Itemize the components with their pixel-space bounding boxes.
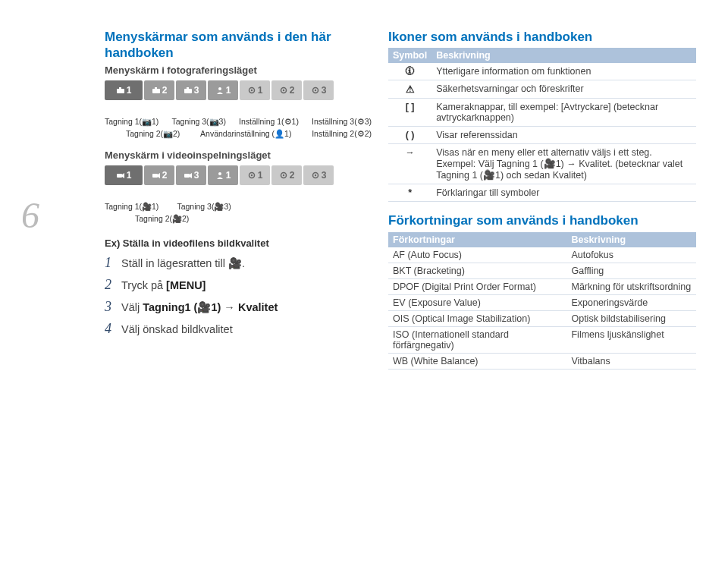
- menu-tab: 3: [176, 165, 206, 185]
- page-number: 6: [21, 194, 39, 236]
- tab-num: 3: [322, 170, 327, 181]
- menu-tab: 1: [208, 80, 238, 100]
- table-row: ISO (Internationell standard förfärgnega…: [388, 326, 696, 353]
- caption-photo-mode: Menyskärm i fotograferingsläget: [105, 64, 372, 76]
- desc-cell: Visar referenssidan: [431, 127, 696, 144]
- menu-tab: 1: [240, 165, 270, 185]
- table-row: BKT (Bracketing) Gaffling: [388, 263, 696, 278]
- tab-num: 1: [258, 85, 263, 96]
- table-row: AF (Auto Focus) Autofokus: [388, 247, 696, 263]
- tab-num: 1: [226, 170, 231, 181]
- label-tagning3: Tagning 3(📷3): [172, 117, 226, 127]
- label-insta2: Inställning 2(⚙2): [312, 129, 372, 139]
- abbr-table: Förkortningar Beskrivning AF (Auto Focus…: [388, 232, 696, 370]
- labels-line: Tagning 1(📷1) Tagning 3(📷3) Inställning …: [105, 117, 372, 127]
- symbol-cell: →: [388, 144, 431, 184]
- label-tagning2: Tagning 2(📷2): [126, 129, 180, 139]
- tab-num: 2: [162, 170, 168, 181]
- step-number: 1: [105, 255, 121, 271]
- step-text: Välj Tagning1 (🎥1) → Kvalitet: [121, 301, 278, 314]
- svg-point-8: [250, 89, 252, 90]
- svg-point-12: [314, 89, 315, 90]
- svg-rect-1: [119, 87, 121, 89]
- menu-tab: 2: [144, 165, 174, 185]
- svg-point-16: [218, 172, 221, 175]
- tab-num: 1: [258, 170, 263, 181]
- svg-rect-4: [184, 89, 192, 93]
- step-text: Ställ in lägesratten till 🎥.: [121, 257, 245, 270]
- tab-num: 3: [322, 85, 327, 96]
- svg-point-20: [282, 174, 284, 175]
- abbr-cell: WB (White Balance): [388, 353, 566, 369]
- step-number: 3: [105, 299, 121, 315]
- step-bold: [MENU]: [166, 279, 206, 291]
- menu-tab: 2: [271, 80, 302, 100]
- menu-tab: 3: [303, 165, 334, 185]
- menu-strip-video: 1 2 3 1 1 2 3: [105, 165, 372, 185]
- abbr-desc-cell: Märkning för utskriftsordning: [566, 278, 696, 294]
- step-number: 2: [105, 277, 121, 293]
- table-row: * Förklaringar till symboler: [388, 184, 696, 202]
- abbr-cell: AF (Auto Focus): [388, 247, 566, 263]
- abbr-desc-cell: Autofokus: [566, 247, 696, 263]
- symbol-cell: *: [388, 184, 431, 202]
- label-user1: Användarinställning (👤1): [200, 129, 291, 139]
- label-tagning1: Tagning 1(📷1): [105, 117, 158, 127]
- table-row: WB (White Balance) Vitbalans: [388, 353, 696, 369]
- step-prefix: Tryck på: [121, 279, 166, 291]
- tab-num: 3: [194, 170, 199, 181]
- desc-header: Beskrivning: [431, 48, 696, 63]
- step-item: 4 Välj önskad bildkvalitet: [105, 321, 372, 337]
- abbr-cell: DPOF (Digital Print Order Format): [388, 278, 566, 294]
- labels-line: Tagning 2(🎥2): [105, 214, 372, 224]
- step-text: Välj önskad bildkvalitet: [121, 323, 233, 335]
- step-bold: Tagning1 (🎥1): [143, 301, 221, 313]
- symbol-cell: 🛈: [388, 63, 431, 80]
- labels-line: Tagning 1(🎥1) Tagning 3(🎥3): [105, 202, 372, 212]
- label-tagning3v: Tagning 3(🎥3): [177, 202, 231, 212]
- label-tagning1v: Tagning 1(🎥1): [105, 202, 158, 212]
- svg-rect-3: [155, 87, 157, 89]
- tab-num: 2: [162, 85, 168, 96]
- svg-point-22: [314, 174, 315, 175]
- symbol-cell: ( ): [388, 127, 431, 144]
- symbol-table: Symbol Beskrivning 🛈 Ytterligare informa…: [388, 48, 696, 202]
- menu-tab: 3: [176, 80, 206, 100]
- step-prefix: Välj: [121, 301, 143, 313]
- desc-cell: Säkerhetsvarningar och föreskrifter: [431, 80, 696, 99]
- step-item: 3 Välj Tagning1 (🎥1) → Kvalitet: [105, 299, 372, 315]
- svg-point-6: [218, 87, 221, 90]
- desc-cell: Visas när en meny eller ett alternativ v…: [431, 144, 696, 184]
- abbr-cell: OIS (Optical Image Stabilization): [388, 310, 566, 326]
- abbr-cell: ISO (Internationell standard förfärgnega…: [388, 326, 566, 353]
- symbol-header: Symbol: [388, 48, 431, 63]
- svg-rect-15: [184, 174, 190, 178]
- abbr-cell: EV (Exposure Value): [388, 294, 566, 310]
- example-title: Ex) Ställa in videofilens bildkvalitet: [105, 237, 372, 249]
- svg-point-18: [250, 174, 252, 175]
- svg-point-10: [282, 89, 284, 90]
- svg-rect-2: [152, 89, 160, 93]
- abbr-desc-cell: Optisk bildstabilisering: [566, 310, 696, 326]
- abbr-desc-cell: Gaffling: [566, 263, 696, 278]
- svg-rect-14: [152, 174, 158, 178]
- abbr-desc-header: Beskrivning: [566, 232, 696, 247]
- tab-num: 3: [194, 85, 199, 96]
- tab-num: 1: [226, 85, 231, 96]
- left-column: Menyskärmar som används i den här handbo…: [105, 29, 372, 343]
- step-text: Tryck på [MENU]: [121, 279, 206, 291]
- right-column: Ikoner som används i handboken Symbol Be…: [388, 29, 696, 370]
- table-row: ⚠ Säkerhetsvarningar och föreskrifter: [388, 80, 696, 99]
- menu-tab: 3: [303, 80, 334, 100]
- tab-num: 2: [290, 170, 295, 181]
- abbr-desc-cell: Exponeringsvärde: [566, 294, 696, 310]
- tab-num: 1: [127, 170, 132, 181]
- abbr-header: Förkortningar: [388, 232, 566, 247]
- labels-line: Tagning 2(📷2) Användarinställning (👤1) I…: [105, 129, 372, 139]
- label-tagning2v: Tagning 2(🎥2): [135, 214, 189, 224]
- tab-num: 2: [290, 85, 295, 96]
- menu-tab: 1: [105, 165, 143, 185]
- desc-cell: Kameraknappar, till exempel: [Avtryckare…: [431, 99, 696, 127]
- left-title: Menyskärmar som används i den här handbo…: [105, 29, 372, 61]
- abbr-desc-cell: Vitbalans: [566, 353, 696, 369]
